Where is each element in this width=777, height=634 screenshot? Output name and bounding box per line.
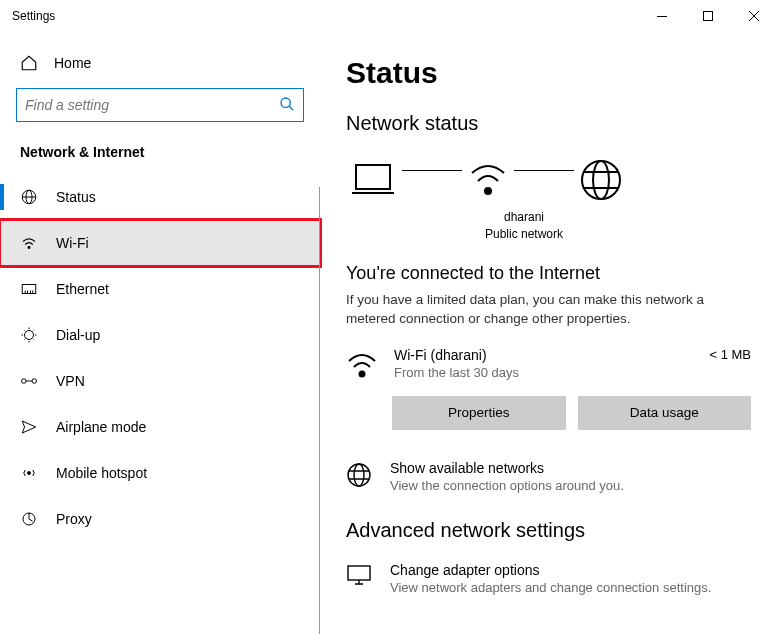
connected-heading: You're connected to the Internet: [346, 263, 751, 284]
adapter-sub: View network adapters and change connect…: [390, 580, 711, 595]
wifi-icon: [346, 347, 380, 382]
window-controls: [639, 0, 777, 32]
globe-icon: [20, 188, 38, 206]
proxy-icon: [20, 510, 38, 528]
home-link[interactable]: Home: [0, 44, 320, 88]
network-type: Public network: [464, 226, 584, 243]
diagram-labels: dharani Public network: [464, 209, 584, 243]
available-networks-link[interactable]: Show available networks View the connect…: [346, 460, 751, 493]
sidebar-item-ethernet[interactable]: Ethernet: [0, 266, 320, 312]
home-icon: [20, 54, 38, 72]
connection-name: Wi-Fi (dharani): [394, 347, 695, 363]
main-panel: Status Network status dharani Public net…: [320, 32, 777, 634]
sidebar-item-wifi[interactable]: Wi-Fi: [0, 220, 320, 266]
globe-icon: [578, 157, 624, 203]
advanced-heading: Advanced network settings: [346, 519, 751, 542]
svg-rect-0: [657, 16, 667, 17]
svg-rect-19: [348, 566, 370, 580]
nav-label: Mobile hotspot: [56, 465, 147, 481]
svg-point-10: [28, 472, 31, 475]
adapter-options-link[interactable]: Change adapter options View network adap…: [346, 562, 751, 595]
svg-point-16: [360, 371, 365, 376]
hotspot-icon: [20, 464, 38, 482]
network-name: dharani: [464, 209, 584, 226]
divider: [319, 187, 320, 634]
sidebar-item-vpn[interactable]: VPN: [0, 358, 320, 404]
search-input[interactable]: [16, 88, 304, 122]
close-button[interactable]: [731, 0, 777, 32]
search-field[interactable]: [25, 97, 279, 113]
data-usage-button[interactable]: Data usage: [578, 396, 752, 430]
window-title: Settings: [12, 9, 55, 23]
svg-rect-1: [704, 12, 713, 21]
sidebar-item-proxy[interactable]: Proxy: [0, 496, 320, 542]
sidebar-item-airplane[interactable]: Airplane mode: [0, 404, 320, 450]
svg-point-13: [485, 188, 491, 194]
data-usage-value: < 1 MB: [709, 347, 751, 362]
maximize-button[interactable]: [685, 0, 731, 32]
airplane-icon: [20, 418, 38, 436]
router-wifi-icon: [466, 159, 510, 201]
search-icon: [279, 96, 295, 115]
page-title: Status: [346, 56, 751, 90]
titlebar: Settings: [0, 0, 777, 32]
globe-icon: [346, 460, 376, 491]
nav-label: Dial-up: [56, 327, 100, 343]
minimize-button[interactable]: [639, 0, 685, 32]
sidebar-item-status[interactable]: Status: [0, 174, 320, 220]
available-sub: View the connection options around you.: [390, 478, 624, 493]
svg-point-7: [25, 331, 34, 340]
svg-point-17: [348, 464, 370, 486]
wifi-icon: [20, 234, 38, 252]
available-title: Show available networks: [390, 460, 624, 476]
network-status-heading: Network status: [346, 112, 751, 135]
sidebar-item-dialup[interactable]: Dial-up: [0, 312, 320, 358]
dialup-icon: [20, 326, 38, 344]
section-heading: Network & Internet: [0, 144, 320, 174]
adapter-title: Change adapter options: [390, 562, 711, 578]
home-label: Home: [54, 55, 91, 71]
nav-label: Status: [56, 189, 96, 205]
connection-row: Wi-Fi (dharani) From the last 30 days < …: [346, 347, 751, 382]
svg-point-9: [32, 379, 37, 384]
network-diagram: [348, 157, 751, 203]
vpn-icon: [20, 374, 38, 388]
sidebar-item-hotspot[interactable]: Mobile hotspot: [0, 450, 320, 496]
svg-rect-6: [22, 285, 36, 294]
connection-sub: From the last 30 days: [394, 365, 695, 380]
laptop-icon: [348, 159, 398, 201]
svg-point-18: [354, 464, 364, 486]
ethernet-icon: [20, 280, 38, 298]
nav-label: Ethernet: [56, 281, 109, 297]
properties-button[interactable]: Properties: [392, 396, 566, 430]
svg-point-2: [281, 98, 290, 107]
connected-desc: If you have a limited data plan, you can…: [346, 290, 751, 329]
sidebar: Home Network & Internet Status Wi-Fi: [0, 32, 320, 634]
svg-point-5: [28, 247, 30, 249]
nav-label: Proxy: [56, 511, 92, 527]
nav-label: VPN: [56, 373, 85, 389]
nav-label: Airplane mode: [56, 419, 146, 435]
nav-label: Wi-Fi: [56, 235, 89, 251]
svg-point-15: [593, 161, 609, 199]
svg-rect-12: [356, 165, 390, 189]
svg-point-14: [582, 161, 620, 199]
adapter-icon: [346, 562, 376, 589]
svg-point-8: [22, 379, 27, 384]
